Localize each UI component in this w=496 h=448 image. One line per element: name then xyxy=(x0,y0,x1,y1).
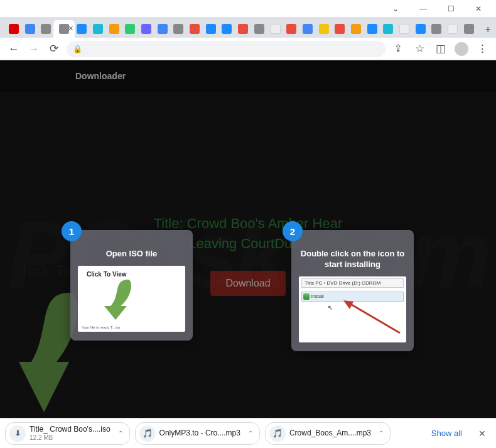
download-item[interactable]: 🎵Crowd_Boos_Am....mp3⌃ xyxy=(265,422,391,445)
favicon xyxy=(416,24,426,34)
browser-tab[interactable] xyxy=(122,20,139,38)
favicon xyxy=(448,24,458,34)
favicon xyxy=(351,24,361,34)
share-icon[interactable]: ⇪ xyxy=(391,41,406,57)
browser-tab[interactable] xyxy=(73,20,91,38)
favicon xyxy=(158,24,168,34)
browser-tab[interactable] xyxy=(299,20,316,38)
favicon xyxy=(238,24,248,34)
favicon xyxy=(399,24,409,34)
red-arrow-icon xyxy=(342,298,402,336)
browser-tab[interactable] xyxy=(379,20,397,38)
browser-tab[interactable]: ✕ xyxy=(53,20,75,38)
favicon xyxy=(77,24,87,34)
chevron-up-icon[interactable]: ⌃ xyxy=(118,430,123,437)
browser-tab[interactable] xyxy=(154,20,171,38)
cursor-icon: ↖ xyxy=(328,304,333,311)
menu-icon[interactable]: ⋮ xyxy=(475,41,490,57)
window-maximize[interactable]: ☐ xyxy=(438,0,463,18)
download-item[interactable]: ⬇Title_ Crowd Boo's....iso12.2 MB⌃ xyxy=(5,422,130,445)
favicon xyxy=(109,24,119,34)
step1-badge: 1 xyxy=(62,221,82,241)
file-audio-icon: 🎵 xyxy=(139,425,156,442)
step2-text: Double click on the icon to start instal… xyxy=(299,249,406,270)
browser-tab[interactable] xyxy=(364,20,381,38)
browser-tab[interactable] xyxy=(251,20,268,38)
favicon xyxy=(190,24,200,34)
step2-thumbnail: This PC › DVD Drive (D:) CDROM Install ↖ xyxy=(299,276,406,342)
browser-tab[interactable] xyxy=(444,20,461,38)
favicon xyxy=(125,24,135,34)
step1-popover: 1 Open ISO file Click To View Your file … xyxy=(70,230,193,341)
browser-tab[interactable] xyxy=(186,20,203,38)
tab-strip: ✕+ xyxy=(0,18,496,38)
browser-tab[interactable] xyxy=(412,20,429,38)
window-minimize[interactable]: — xyxy=(411,0,436,18)
thumb2-breadcrumb: This PC › DVD Drive (D:) CDROM xyxy=(301,278,404,288)
favicon xyxy=(9,24,19,34)
window-close[interactable]: ✕ xyxy=(466,0,491,18)
browser-tab[interactable] xyxy=(37,20,55,38)
favicon xyxy=(335,24,345,34)
browser-tab[interactable] xyxy=(105,20,123,38)
browser-tab[interactable] xyxy=(460,20,478,38)
favicon xyxy=(303,24,313,34)
svg-line-0 xyxy=(348,303,400,333)
step2-popover: 2 Double click on the icon to start inst… xyxy=(291,230,414,351)
step2-badge: 2 xyxy=(283,221,303,241)
download-filename: Title_ Crowd Boo's....iso xyxy=(30,425,111,434)
window-dropdown[interactable]: ⌄ xyxy=(383,0,408,18)
browser-tab[interactable] xyxy=(137,20,155,38)
favicon xyxy=(222,24,232,34)
browser-tab[interactable] xyxy=(315,20,333,38)
browser-tab[interactable] xyxy=(347,20,365,38)
downloads-shelf: ⬇Title_ Crowd Boo's....iso12.2 MB⌃🎵OnlyM… xyxy=(0,418,496,448)
installer-icon xyxy=(303,293,310,300)
profile-avatar[interactable] xyxy=(455,42,468,56)
close-shelf-icon[interactable]: ✕ xyxy=(473,425,491,442)
browser-tab[interactable] xyxy=(218,20,236,38)
nav-back[interactable]: ← xyxy=(6,41,21,57)
browser-tab[interactable] xyxy=(234,20,252,38)
nav-reload[interactable]: ⟳ xyxy=(46,41,62,57)
favicon xyxy=(206,24,216,34)
chevron-up-icon[interactable]: ⌃ xyxy=(248,430,253,437)
browser-tab[interactable] xyxy=(267,20,284,38)
file-audio-icon: 🎵 xyxy=(269,425,286,442)
nav-forward: → xyxy=(26,41,41,57)
browser-tab[interactable] xyxy=(21,20,39,38)
browser-tab[interactable] xyxy=(396,20,413,38)
favicon xyxy=(431,24,441,34)
browser-tab[interactable] xyxy=(89,20,107,38)
browser-tab[interactable] xyxy=(202,20,220,38)
show-all-downloads[interactable]: Show all xyxy=(425,425,468,442)
favicon xyxy=(383,24,393,34)
file-iso-icon: ⬇ xyxy=(9,425,26,442)
chevron-up-icon[interactable]: ⌃ xyxy=(379,430,384,437)
download-filesize: 12.2 MB xyxy=(30,434,111,441)
bookmark-star-icon[interactable]: ☆ xyxy=(412,41,427,57)
favicon xyxy=(93,24,103,34)
favicon xyxy=(367,24,377,34)
browser-tab[interactable] xyxy=(428,20,445,38)
step1-thumbnail: Click To View Your file is ready T...iso xyxy=(78,266,185,332)
page-viewport: Downloader PCrisk.com Title: Crowd Boo's… xyxy=(0,60,496,418)
favicon xyxy=(25,24,35,34)
browser-tab[interactable] xyxy=(331,20,348,38)
browser-tab[interactable] xyxy=(5,20,23,38)
window-titlebar: ⌄ — ☐ ✕ xyxy=(0,0,496,18)
favicon xyxy=(271,24,281,34)
toolbar: ← → ⟳ 🔒 ⇪ ☆ ◫ ⋮ xyxy=(0,38,496,60)
arrow-down-icon xyxy=(98,277,136,321)
favicon xyxy=(41,24,51,34)
address-bar[interactable]: 🔒 xyxy=(67,41,385,57)
install-label: Install xyxy=(311,293,324,299)
thumb1-footer: Your file is ready T...iso xyxy=(82,325,120,329)
extensions-icon[interactable]: ◫ xyxy=(433,41,448,57)
browser-tab[interactable] xyxy=(283,20,300,38)
tab-close-icon[interactable]: ✕ xyxy=(68,25,73,33)
favicon xyxy=(254,24,264,34)
download-item[interactable]: 🎵OnlyMP3.to - Cro....mp3⌃ xyxy=(135,422,260,445)
browser-tab[interactable] xyxy=(170,20,188,38)
new-tab-button[interactable]: + xyxy=(480,21,496,38)
